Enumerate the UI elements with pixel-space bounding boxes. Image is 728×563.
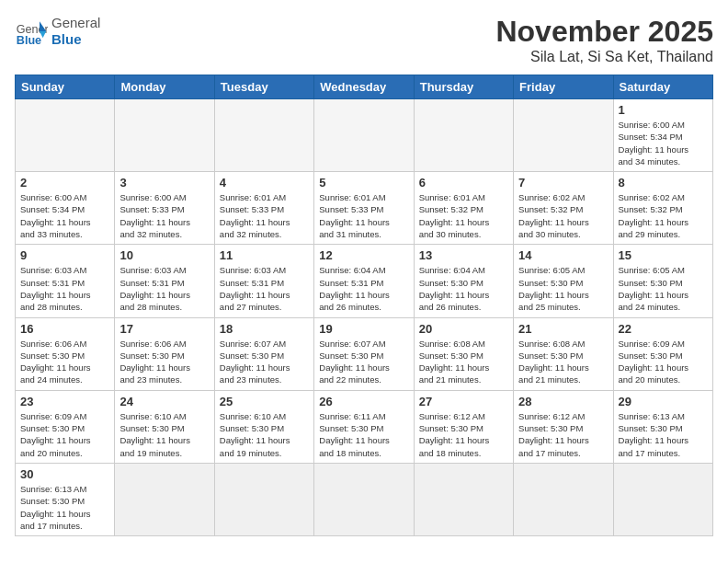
day-number: 11 [220,248,309,262]
calendar-row: 30Sunrise: 6:13 AM Sunset: 5:30 PM Dayli… [16,463,713,535]
calendar-cell [414,99,513,172]
day-info: Sunrise: 6:13 AM Sunset: 5:30 PM Dayligh… [619,410,708,459]
calendar-cell: 20Sunrise: 6:08 AM Sunset: 5:30 PM Dayli… [414,317,513,390]
calendar-cell: 25Sunrise: 6:10 AM Sunset: 5:30 PM Dayli… [214,390,313,463]
svg-text:Blue: Blue [17,34,41,47]
day-info: Sunrise: 6:04 AM Sunset: 5:30 PM Dayligh… [419,264,508,313]
day-info: Sunrise: 6:05 AM Sunset: 5:30 PM Dayligh… [619,264,708,313]
location-title: Sila Lat, Si Sa Ket, Thailand [495,49,713,65]
calendar-cell: 29Sunrise: 6:13 AM Sunset: 5:30 PM Dayli… [613,390,712,463]
day-info: Sunrise: 6:10 AM Sunset: 5:30 PM Dayligh… [119,410,209,459]
day-info: Sunrise: 6:02 AM Sunset: 5:32 PM Dayligh… [619,191,708,240]
calendar-cell: 9Sunrise: 6:03 AM Sunset: 5:31 PM Daylig… [16,245,115,317]
day-info: Sunrise: 6:04 AM Sunset: 5:31 PM Dayligh… [319,264,408,313]
day-info: Sunrise: 6:13 AM Sunset: 5:30 PM Dayligh… [20,483,109,532]
calendar-cell [514,99,613,172]
calendar-row: 23Sunrise: 6:09 AM Sunset: 5:30 PM Dayli… [16,390,713,463]
calendar-cell: 21Sunrise: 6:08 AM Sunset: 5:30 PM Dayli… [514,317,613,390]
calendar-cell: 14Sunrise: 6:05 AM Sunset: 5:30 PM Dayli… [514,245,613,317]
day-number: 13 [419,248,508,262]
calendar-cell: 26Sunrise: 6:11 AM Sunset: 5:30 PM Dayli… [314,390,414,463]
calendar-cell: 7Sunrise: 6:02 AM Sunset: 5:32 PM Daylig… [514,172,613,245]
day-info: Sunrise: 6:09 AM Sunset: 5:30 PM Dayligh… [619,338,708,386]
day-info: Sunrise: 6:10 AM Sunset: 5:30 PM Dayligh… [220,410,309,459]
day-number: 26 [319,395,408,408]
day-info: Sunrise: 6:00 AM Sunset: 5:34 PM Dayligh… [619,119,708,167]
month-title: November 2025 [495,15,713,49]
day-info: Sunrise: 6:11 AM Sunset: 5:30 PM Dayligh… [319,410,408,459]
day-number: 3 [119,176,209,190]
day-info: Sunrise: 6:05 AM Sunset: 5:30 PM Dayligh… [518,264,608,313]
calendar-cell: 23Sunrise: 6:09 AM Sunset: 5:30 PM Dayli… [16,390,115,463]
calendar-cell [314,463,414,535]
calendar-cell: 8Sunrise: 6:02 AM Sunset: 5:32 PM Daylig… [613,172,712,245]
day-info: Sunrise: 6:03 AM Sunset: 5:31 PM Dayligh… [119,264,209,313]
day-number: 27 [419,395,508,408]
logo: General Blue General Blue [15,15,100,48]
calendar-cell: 4Sunrise: 6:01 AM Sunset: 5:33 PM Daylig… [214,172,313,245]
weekday-header: Monday [115,75,214,99]
weekday-header: Sunday [16,75,115,99]
calendar-cell [214,463,313,535]
calendar-cell: 15Sunrise: 6:05 AM Sunset: 5:30 PM Dayli… [613,245,712,317]
weekday-header: Wednesday [314,75,414,99]
calendar: SundayMondayTuesdayWednesdayThursdayFrid… [15,75,713,536]
calendar-header-row: SundayMondayTuesdayWednesdayThursdayFrid… [16,75,713,99]
calendar-cell: 1Sunrise: 6:00 AM Sunset: 5:34 PM Daylig… [613,99,712,172]
day-number: 14 [518,248,608,262]
weekday-header: Thursday [414,75,513,99]
calendar-cell: 17Sunrise: 6:06 AM Sunset: 5:30 PM Dayli… [115,317,214,390]
calendar-cell: 11Sunrise: 6:03 AM Sunset: 5:31 PM Dayli… [214,245,313,317]
day-number: 5 [319,176,408,190]
day-number: 8 [619,176,708,190]
day-info: Sunrise: 6:08 AM Sunset: 5:30 PM Dayligh… [419,338,508,386]
calendar-cell: 16Sunrise: 6:06 AM Sunset: 5:30 PM Dayli… [16,317,115,390]
day-info: Sunrise: 6:09 AM Sunset: 5:30 PM Dayligh… [20,410,109,459]
logo-general: General [51,15,100,31]
calendar-row: 2Sunrise: 6:00 AM Sunset: 5:34 PM Daylig… [16,172,713,245]
calendar-cell: 6Sunrise: 6:01 AM Sunset: 5:32 PM Daylig… [414,172,513,245]
logo-icon: General Blue [15,15,48,48]
calendar-cell: 10Sunrise: 6:03 AM Sunset: 5:31 PM Dayli… [115,245,214,317]
day-number: 17 [119,322,209,336]
day-info: Sunrise: 6:07 AM Sunset: 5:30 PM Dayligh… [319,338,408,386]
day-info: Sunrise: 6:12 AM Sunset: 5:30 PM Dayligh… [419,410,508,459]
day-number: 2 [20,176,109,190]
title-area: November 2025 Sila Lat, Si Sa Ket, Thail… [495,15,713,65]
calendar-cell [414,463,513,535]
weekday-header: Tuesday [214,75,313,99]
day-number: 10 [119,248,209,262]
day-info: Sunrise: 6:03 AM Sunset: 5:31 PM Dayligh… [20,264,109,313]
calendar-cell [214,99,313,172]
calendar-cell [314,99,414,172]
day-info: Sunrise: 6:06 AM Sunset: 5:30 PM Dayligh… [119,338,209,386]
day-number: 28 [518,395,608,408]
day-info: Sunrise: 6:01 AM Sunset: 5:32 PM Dayligh… [419,191,508,240]
day-info: Sunrise: 6:00 AM Sunset: 5:33 PM Dayligh… [119,191,209,240]
weekday-header: Friday [514,75,613,99]
day-number: 22 [619,322,708,336]
header: General Blue General Blue November 2025 … [15,15,713,65]
day-number: 7 [518,176,608,190]
calendar-cell: 2Sunrise: 6:00 AM Sunset: 5:34 PM Daylig… [16,172,115,245]
calendar-cell [115,463,214,535]
day-number: 6 [419,176,508,190]
calendar-row: 1Sunrise: 6:00 AM Sunset: 5:34 PM Daylig… [16,99,713,172]
day-number: 30 [20,467,109,481]
calendar-cell [613,463,712,535]
day-info: Sunrise: 6:03 AM Sunset: 5:31 PM Dayligh… [220,264,309,313]
calendar-cell: 30Sunrise: 6:13 AM Sunset: 5:30 PM Dayli… [16,463,115,535]
day-number: 18 [220,322,309,336]
calendar-cell [514,463,613,535]
day-number: 16 [20,322,109,336]
calendar-cell: 22Sunrise: 6:09 AM Sunset: 5:30 PM Dayli… [613,317,712,390]
day-number: 19 [319,322,408,336]
calendar-cell [115,99,214,172]
day-number: 21 [518,322,608,336]
day-number: 9 [20,248,109,262]
calendar-cell: 5Sunrise: 6:01 AM Sunset: 5:33 PM Daylig… [314,172,414,245]
calendar-cell: 28Sunrise: 6:12 AM Sunset: 5:30 PM Dayli… [514,390,613,463]
day-info: Sunrise: 6:02 AM Sunset: 5:32 PM Dayligh… [518,191,608,240]
day-number: 24 [119,395,209,408]
calendar-cell [16,99,115,172]
